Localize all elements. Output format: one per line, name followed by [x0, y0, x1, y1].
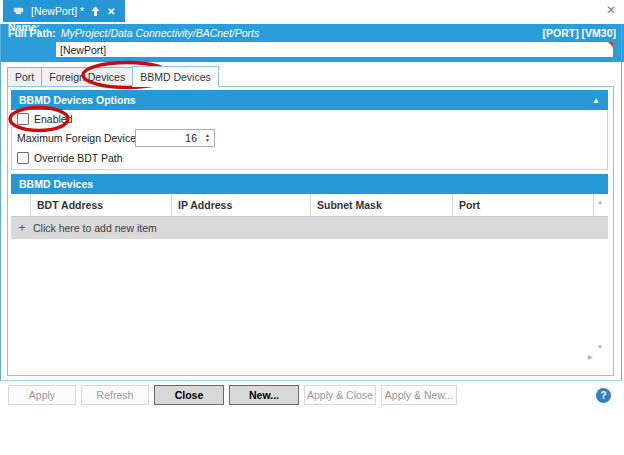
apply-and-close-button[interactable]: Apply & Close [304, 385, 376, 405]
validation-triangle [608, 42, 613, 47]
collapse-arrow-icon[interactable]: ▲ [592, 96, 600, 105]
enabled-checkbox-row: Enabled [17, 113, 73, 125]
window-close-icon[interactable]: ✕ [606, 3, 616, 17]
enabled-label: Enabled [34, 113, 73, 125]
port-icon [12, 6, 25, 16]
add-new-item-label: Click here to add new item [33, 222, 157, 234]
tab-bbmd-devices[interactable]: BBMD Devices [132, 66, 219, 87]
devices-group-header: BBMD Devices [11, 174, 608, 194]
max-foreign-devices-label: Maximum Foreign Devices: [17, 132, 144, 144]
column-header-port[interactable]: Port [453, 194, 594, 216]
refresh-button[interactable]: Refresh [81, 385, 149, 405]
type-badge: [PORT] [VM30] [543, 27, 617, 39]
column-header-bdt-address[interactable]: BDT Address [31, 194, 172, 216]
column-header-subnet-mask[interactable]: Subnet Mask [311, 194, 453, 216]
add-new-item-row[interactable]: + Click here to add new item [11, 217, 608, 239]
scroll-right-icon[interactable]: ▶ [588, 354, 593, 360]
help-icon[interactable]: ? [596, 388, 611, 403]
document-tab[interactable]: [NewPort] * ✕ [3, 0, 125, 22]
name-input[interactable] [55, 41, 614, 58]
override-bdt-path-label: Override BDT Path [34, 152, 123, 164]
bbmd-devices-table: BDT Address IP Address Subnet Mask Port … [11, 194, 608, 358]
document-tab-strip: [NewPort] * ✕ ✕ [0, 0, 624, 22]
document-tab-title: [NewPort] * [31, 5, 84, 17]
devices-group-title: BBMD Devices [19, 178, 93, 190]
pin-up-icon[interactable] [90, 6, 101, 17]
apply-button[interactable]: Apply [8, 385, 76, 405]
max-foreign-devices-value: 16 [136, 132, 201, 144]
tab-port[interactable]: Port [7, 67, 41, 87]
apply-and-new-button[interactable]: Apply & New... [381, 385, 457, 405]
enabled-checkbox[interactable] [17, 113, 29, 125]
tab-close-icon[interactable]: ✕ [107, 6, 115, 17]
override-bdt-path-row: Override BDT Path [17, 152, 123, 164]
scroll-up-icon[interactable]: ▲ [597, 199, 603, 205]
column-header-ip-address[interactable]: IP Address [172, 194, 311, 216]
options-group-header: BBMD Devices Options ▲ [11, 90, 608, 110]
table-header-row: BDT Address IP Address Subnet Mask Port [11, 194, 608, 217]
max-foreign-devices-stepper[interactable]: 16 ▲ ▼ [135, 129, 215, 147]
options-group-title: BBMD Devices Options [19, 94, 136, 106]
spinner-down-icon[interactable]: ▼ [205, 138, 210, 143]
tab-strip: Port Foreign Devices BBMD Devices [7, 66, 219, 87]
tab-foreign-devices[interactable]: Foreign Devices [41, 67, 132, 87]
table-scrollbar-top [594, 194, 607, 216]
full-path-value: MyProject/Data Connectivity/BACnet/Ports [61, 27, 259, 39]
full-path-row: Full Path: MyProject/Data Connectivity/B… [0, 24, 624, 41]
name-label: Name: [8, 21, 40, 33]
close-button[interactable]: Close [154, 385, 224, 405]
scroll-down-icon[interactable]: ▼ [597, 344, 603, 350]
override-bdt-path-checkbox[interactable] [17, 152, 29, 164]
add-icon: + [11, 221, 33, 235]
row-indicator-column [11, 194, 31, 216]
new-button[interactable]: New... [229, 385, 299, 405]
